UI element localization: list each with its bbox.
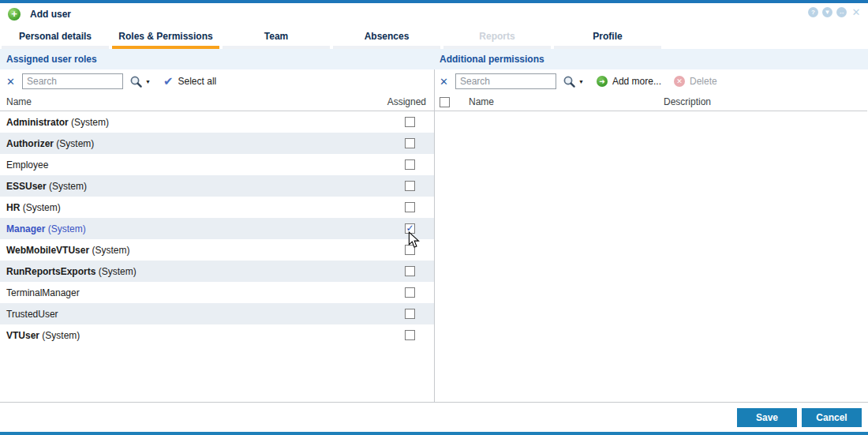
column-name: Name [6, 96, 32, 107]
clear-search-icon[interactable]: ✕ [440, 76, 451, 88]
additional-permissions-panel: ✕ ▼ ➜ Add more... ✕ Delete Name Descript… [435, 69, 867, 402]
assigned-checkbox[interactable]: ✓ [405, 223, 415, 234]
column-assigned: Assigned [387, 96, 426, 107]
delete-button: Delete [690, 76, 717, 87]
tab-profile[interactable]: Profile [552, 25, 663, 49]
table-row[interactable]: HR (System) [0, 197, 434, 218]
assigned-checkbox[interactable] [405, 287, 415, 298]
table-row[interactable]: TrustedUser [0, 303, 434, 324]
search-options-caret-icon[interactable]: ▼ [145, 79, 151, 84]
close-icon[interactable]: ✕ [851, 7, 862, 17]
title-bar: + Add user ? ▼ ↔ ✕ [0, 3, 868, 25]
search-icon[interactable] [563, 75, 576, 88]
role-name: RunReportsExports (System) [6, 266, 137, 277]
role-name: Employee [6, 159, 48, 171]
assigned-roles-title: Assigned user roles [6, 54, 97, 65]
tab-absences[interactable]: Absences [331, 25, 442, 49]
tab-team[interactable]: Team [221, 25, 331, 49]
select-all-icon[interactable]: ✔ [163, 74, 174, 88]
bottom-accent-bar [0, 432, 868, 435]
tab-personal-details[interactable]: Personal details [0, 25, 110, 49]
cancel-button[interactable]: Cancel [802, 408, 862, 427]
save-button[interactable]: Save [737, 408, 797, 427]
add-more-icon[interactable]: ➜ [597, 76, 608, 87]
table-row[interactable]: Employee [0, 154, 434, 175]
panel-headers: Assigned user roles Additional permissio… [0, 49, 868, 69]
assigned-checkbox[interactable] [405, 117, 415, 127]
roles-list: Administrator (System)Authorizer (System… [0, 111, 434, 346]
window-controls: ? ▼ ↔ ✕ [808, 7, 862, 17]
add-user-dialog: + Add user ? ▼ ↔ ✕ Personal details Role… [0, 0, 868, 435]
content-panels: ✕ ▼ ✔ Select all Name Assigned Administr… [0, 69, 868, 403]
role-name: ESSUser (System) [6, 181, 87, 192]
tab-roles-permissions[interactable]: Roles & Permissions [110, 25, 221, 49]
clear-search-icon[interactable]: ✕ [6, 76, 17, 88]
assigned-checkbox[interactable] [405, 202, 415, 212]
add-more-button[interactable]: Add more... [612, 76, 661, 87]
search-icon[interactable] [129, 75, 143, 88]
column-name: Name [469, 96, 494, 107]
table-row[interactable]: TerminalManager [0, 282, 434, 303]
role-name: HR (System) [6, 202, 61, 213]
additional-permissions-title: Additional permissions [440, 54, 544, 65]
table-row[interactable]: Authorizer (System) [0, 133, 434, 154]
column-description: Description [664, 96, 711, 107]
permissions-toolbar: ✕ ▼ ➜ Add more... ✕ Delete [435, 69, 867, 93]
role-name: Administrator (System) [6, 117, 109, 128]
assigned-checkbox[interactable] [405, 181, 415, 191]
page-title: Add user [30, 9, 71, 20]
assigned-checkbox[interactable] [405, 138, 415, 148]
help-icon[interactable]: ? [808, 7, 818, 17]
tab-bar: Personal details Roles & Permissions Tea… [0, 25, 868, 49]
resize-icon[interactable]: ↔ [836, 7, 847, 17]
permissions-column-headers: Name Description [435, 93, 867, 111]
table-row[interactable]: WebMobileVTUser (System) [0, 239, 434, 261]
select-all-checkbox[interactable] [440, 97, 450, 107]
assigned-checkbox[interactable] [405, 245, 415, 255]
collapse-icon[interactable]: ▼ [822, 7, 832, 17]
search-input[interactable] [22, 73, 123, 89]
add-user-icon: + [8, 8, 21, 21]
role-name: WebMobileVTUser (System) [6, 245, 129, 256]
role-name: Manager (System) [6, 223, 86, 234]
role-name: TerminalManager [6, 287, 80, 298]
roles-toolbar: ✕ ▼ ✔ Select all [0, 69, 434, 93]
assigned-checkbox[interactable] [405, 266, 415, 276]
table-row[interactable]: ESSUser (System) [0, 175, 434, 197]
assigned-checkbox[interactable] [405, 159, 415, 170]
role-name: VTUser (System) [6, 330, 80, 341]
assigned-checkbox[interactable] [405, 330, 415, 340]
role-name: Authorizer (System) [6, 138, 94, 149]
table-row[interactable]: Manager (System)✓ [0, 218, 434, 239]
footer: Save Cancel [0, 403, 868, 432]
table-row[interactable]: RunReportsExports (System) [0, 261, 434, 282]
assigned-checkbox[interactable] [405, 309, 415, 319]
table-row[interactable]: VTUser (System) [0, 324, 434, 346]
select-all-button[interactable]: Select all [178, 76, 217, 87]
assigned-roles-panel: ✕ ▼ ✔ Select all Name Assigned Administr… [0, 69, 435, 402]
search-input[interactable] [455, 73, 556, 89]
search-options-caret-icon[interactable]: ▼ [578, 79, 584, 84]
tab-reports: Reports [442, 25, 552, 49]
roles-column-headers: Name Assigned [0, 93, 434, 111]
delete-icon: ✕ [674, 76, 685, 87]
role-name: TrustedUser [6, 309, 58, 320]
table-row[interactable]: Administrator (System) [0, 111, 434, 133]
